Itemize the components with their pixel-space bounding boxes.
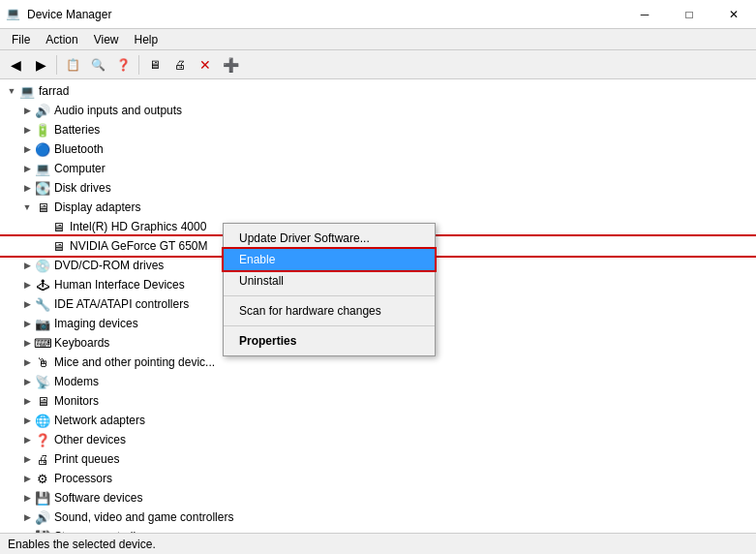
expand-icon-root: ▼ xyxy=(4,83,19,99)
network-icon: 🌐 xyxy=(35,413,50,428)
tree-item-computer[interactable]: ▶ 💻 Computer xyxy=(0,159,756,178)
disk-icon: 💽 xyxy=(35,180,50,196)
menu-action[interactable]: Action xyxy=(38,31,85,48)
toolbar-back[interactable]: ◀ xyxy=(4,53,27,77)
root-icon: 💻 xyxy=(19,83,35,99)
tree-item-audio[interactable]: ▶ 🔊 Audio inputs and outputs xyxy=(0,101,756,120)
tree-item-storage[interactable]: ▶ 💾 Storage controllers xyxy=(0,527,756,533)
context-menu-uninstall[interactable]: Uninstall xyxy=(224,270,435,292)
expand-icon-network: ▶ xyxy=(19,413,35,428)
mice-icon: 🖱 xyxy=(35,354,50,370)
tree-item-print[interactable]: ▶ 🖨 Print queues xyxy=(0,449,756,469)
expand-icon-computer: ▶ xyxy=(19,161,35,176)
toolbar-print[interactable]: 🖨 xyxy=(168,53,192,77)
computer-label: Computer xyxy=(54,162,106,175)
hid-icon: 🕹 xyxy=(35,277,50,292)
toolbar-scan[interactable]: 🔍 xyxy=(86,53,109,77)
title-bar: 💻 Device Manager ─ □ ✕ xyxy=(0,0,756,29)
menu-view[interactable]: View xyxy=(86,31,127,48)
expand-icon-modems: ▶ xyxy=(19,374,35,389)
monitors-label: Monitors xyxy=(54,394,99,408)
context-menu: Update Driver Software... Enable Uninsta… xyxy=(223,223,436,356)
expand-icon-monitors: ▶ xyxy=(19,393,35,409)
context-menu-enable[interactable]: Enable xyxy=(224,249,435,270)
menu-bar: File Action View Help xyxy=(0,29,756,50)
dvd-label: DVD/CD-ROM drives xyxy=(54,259,164,272)
expand-icon-mice: ▶ xyxy=(19,354,35,370)
tree-item-network[interactable]: ▶ 🌐 Network adapters xyxy=(0,411,756,430)
storage-icon: 💾 xyxy=(35,529,50,533)
intel-gpu-icon: 🖥 xyxy=(50,219,66,234)
tree-item-software[interactable]: ▶ 💾 Software devices xyxy=(0,488,756,508)
imaging-label: Imaging devices xyxy=(54,317,138,330)
disk-label: Disk drives xyxy=(54,181,111,195)
expand-icon-print: ▶ xyxy=(19,451,35,467)
window-controls: ─ □ ✕ xyxy=(622,0,756,29)
display-icon: 🖥 xyxy=(35,200,50,215)
other-label: Other devices xyxy=(54,433,126,446)
tree-item-batteries[interactable]: ▶ 🔋 Batteries xyxy=(0,120,756,139)
context-menu-scan[interactable]: Scan for hardware changes xyxy=(224,300,435,322)
bluetooth-icon: 🔵 xyxy=(35,141,50,157)
tree-item-disk[interactable]: ▶ 💽 Disk drives xyxy=(0,178,756,198)
menu-file[interactable]: File xyxy=(4,31,38,48)
expand-icon-processors: ▶ xyxy=(19,471,35,486)
context-menu-properties[interactable]: Properties xyxy=(224,330,435,352)
print-label: Print queues xyxy=(54,452,119,466)
intel-gpu-label: Intel(R) HD Graphics 4000 xyxy=(70,220,206,233)
expand-icon-other: ▶ xyxy=(19,432,35,447)
sound-label: Sound, video and game controllers xyxy=(54,510,233,524)
keyboards-label: Keyboards xyxy=(54,336,109,350)
tree-item-monitors[interactable]: ▶ 🖥 Monitors xyxy=(0,391,756,411)
expand-icon-storage: ▶ xyxy=(19,529,35,533)
software-icon: 💾 xyxy=(35,490,50,506)
tree-item-other[interactable]: ▶ ❓ Other devices xyxy=(0,430,756,449)
toolbar-help[interactable]: ❓ xyxy=(111,53,135,77)
toolbar-forward[interactable]: ▶ xyxy=(29,53,52,77)
computer-icon: 💻 xyxy=(35,161,50,176)
root-label: farrad xyxy=(39,84,69,98)
status-bar: Enables the selected device. xyxy=(0,533,756,554)
tree-item-processors[interactable]: ▶ ⚙ Processors xyxy=(0,469,756,488)
software-label: Software devices xyxy=(54,491,142,505)
maximize-button[interactable]: □ xyxy=(667,0,711,29)
modems-label: Modems xyxy=(54,375,99,388)
ide-icon: 🔧 xyxy=(35,296,50,312)
processors-icon: ⚙ xyxy=(35,471,50,486)
storage-label: Storage controllers xyxy=(54,530,152,533)
toolbar-add[interactable]: ➕ xyxy=(219,53,242,77)
expand-icon-display: ▼ xyxy=(19,200,35,215)
context-menu-sep-2 xyxy=(224,325,435,326)
main-area: ▼ 💻 farrad ▶ 🔊 Audio inputs and outputs … xyxy=(0,79,756,533)
toolbar-properties[interactable]: 📋 xyxy=(61,53,84,77)
expand-icon-software: ▶ xyxy=(19,490,35,506)
toolbar-sep-2 xyxy=(138,55,139,75)
tree-panel[interactable]: ▼ 💻 farrad ▶ 🔊 Audio inputs and outputs … xyxy=(0,79,756,533)
modems-icon: 📡 xyxy=(35,374,50,389)
expand-icon-hid: ▶ xyxy=(19,277,35,292)
audio-icon: 🔊 xyxy=(35,103,50,118)
toolbar-display[interactable]: 🖥 xyxy=(143,53,166,77)
context-menu-update[interactable]: Update Driver Software... xyxy=(224,228,435,249)
expand-icon-batteries: ▶ xyxy=(19,122,35,138)
expand-icon-sound: ▶ xyxy=(19,509,35,525)
display-label: Display adapters xyxy=(54,200,140,214)
toolbar-delete[interactable]: ✕ xyxy=(194,53,217,77)
batteries-icon: 🔋 xyxy=(35,122,50,138)
expand-icon-ide: ▶ xyxy=(19,296,35,312)
toolbar: ◀ ▶ 📋 🔍 ❓ 🖥 🖨 ✕ ➕ xyxy=(0,50,756,79)
expand-icon-audio: ▶ xyxy=(19,103,35,118)
menu-help[interactable]: Help xyxy=(127,31,166,48)
tree-item-modems[interactable]: ▶ 📡 Modems xyxy=(0,372,756,391)
tree-item-sound[interactable]: ▶ 🔊 Sound, video and game controllers xyxy=(0,508,756,527)
expand-icon-dvd: ▶ xyxy=(19,258,35,273)
tree-root[interactable]: ▼ 💻 farrad xyxy=(0,81,756,101)
mice-label: Mice and other pointing devic... xyxy=(54,355,215,369)
tree-item-display[interactable]: ▼ 🖥 Display adapters xyxy=(0,198,756,217)
close-button[interactable]: ✕ xyxy=(711,0,756,29)
audio-label: Audio inputs and outputs xyxy=(54,104,182,117)
tree-item-bluetooth[interactable]: ▶ 🔵 Bluetooth xyxy=(0,139,756,159)
monitors-icon: 🖥 xyxy=(35,393,50,409)
minimize-button[interactable]: ─ xyxy=(622,0,667,29)
imaging-icon: 📷 xyxy=(35,316,50,331)
